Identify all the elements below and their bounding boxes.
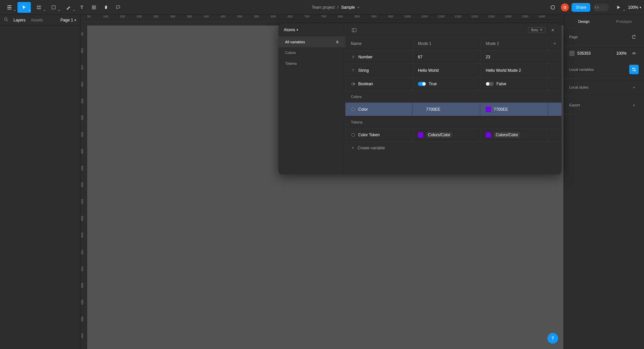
chevron-down-icon: ▾ xyxy=(297,28,298,32)
variable-row-string[interactable]: String Hello World Hello World Mode 2 xyxy=(345,64,561,77)
pen-tool-button[interactable]: ▾ xyxy=(62,2,75,13)
layers-tab[interactable]: Layers xyxy=(13,18,25,22)
sidebar-toggle-icon[interactable] xyxy=(350,26,359,35)
variable-row-colortoken[interactable]: Color Token Colors/Color Colors/Color xyxy=(345,128,561,142)
eye-icon[interactable] xyxy=(629,49,639,58)
chevron-down-icon: ▾ xyxy=(73,9,74,11)
add-style-button[interactable]: ＋ xyxy=(629,83,639,92)
search-icon[interactable] xyxy=(4,17,8,22)
number-icon: # xyxy=(351,55,356,59)
group-colors-header[interactable]: Colors xyxy=(345,91,561,103)
hand-tool-button[interactable] xyxy=(101,2,111,13)
dev-mode-toggle[interactable] xyxy=(593,3,609,11)
chevron-down-icon: ▾ xyxy=(44,9,45,11)
file-name[interactable]: Sample xyxy=(341,5,355,10)
shape-tool-button[interactable]: ▾ xyxy=(47,2,60,13)
toolbar-center: Team project / Sample ▾ xyxy=(123,5,547,10)
modal-sidebar: Atoms ▾ All variables 6 Colors Tokens xyxy=(278,23,345,174)
local-styles-label: Local styles xyxy=(569,85,588,89)
zoom-dropdown[interactable]: 100% ▾ xyxy=(628,5,641,10)
sidebar-all-variables[interactable]: All variables 6 xyxy=(278,37,345,47)
modal-main: Beta ✕ Name Mode 1 Mode 2 ＋ #Number 67 2… xyxy=(345,23,561,174)
sidebar-colors[interactable]: Colors xyxy=(278,47,345,58)
left-panel-header: Layers Assets Page 1 ▾ xyxy=(0,15,80,26)
variable-row-number[interactable]: #Number 67 23 xyxy=(345,50,561,64)
assets-tab[interactable]: Assets xyxy=(31,18,43,22)
color-swatch[interactable] xyxy=(418,107,423,112)
svg-point-28 xyxy=(352,133,355,137)
variable-row-color[interactable]: Color 7700EE 7700EE xyxy=(345,103,561,116)
right-panel: Design Prototype Page 535353 100% Local … xyxy=(564,15,644,349)
local-variables-label: Local variables xyxy=(569,67,594,71)
main-toolbar: ▾ ▾ ▾ ▾ ▾ Team project xyxy=(0,0,644,15)
boolean-toggle-m2[interactable] xyxy=(486,82,494,86)
chevron-down-icon: ▾ xyxy=(640,6,641,9)
col-mode2-header[interactable]: Mode 2 xyxy=(480,37,548,50)
beta-badge[interactable]: Beta xyxy=(528,27,545,33)
chevron-down-icon[interactable]: ▾ xyxy=(358,6,359,9)
create-variable-button[interactable]: ＋ Create variable xyxy=(345,142,561,154)
group-tokens-header[interactable]: Tokens xyxy=(345,116,561,128)
chevron-down-icon: ▾ xyxy=(59,9,60,11)
close-button[interactable]: ✕ xyxy=(548,26,557,35)
breadcrumb-separator: / xyxy=(337,5,338,10)
share-button[interactable]: Share xyxy=(572,3,590,12)
sidebar-tokens[interactable]: Tokens xyxy=(278,58,345,69)
page-section: Page xyxy=(564,28,644,46)
bg-opacity[interactable]: 100% xyxy=(616,51,627,56)
chevron-down-icon: ▾ xyxy=(74,18,76,22)
alias-chip[interactable]: Colors/Color xyxy=(426,132,452,138)
toolbar-right: O Share ▾ 100% ▾ xyxy=(547,2,641,13)
page-bg-row: 535353 100% xyxy=(564,46,644,61)
add-export-button[interactable]: ＋ xyxy=(629,100,639,110)
color-swatch[interactable] xyxy=(418,132,423,138)
svg-rect-7 xyxy=(52,6,55,9)
toolbar-left: ▾ ▾ ▾ ▾ ▾ xyxy=(3,2,123,13)
chevron-down-icon: ▾ xyxy=(14,9,15,11)
team-name[interactable]: Team project xyxy=(312,5,335,10)
alias-chip[interactable]: Colors/Color xyxy=(494,132,520,138)
svg-point-26 xyxy=(354,83,355,84)
help-button[interactable]: ? xyxy=(547,333,558,344)
svg-point-27 xyxy=(352,108,355,111)
move-tool-button[interactable]: ▾ xyxy=(17,2,31,13)
col-mode1-header[interactable]: Mode 1 xyxy=(413,37,480,50)
rotate-icon[interactable] xyxy=(629,32,639,42)
bg-hex[interactable]: 535353 xyxy=(577,51,591,56)
color-swatch[interactable] xyxy=(486,132,491,138)
comment-tool-button[interactable] xyxy=(113,2,123,13)
svg-rect-21 xyxy=(352,29,356,32)
svg-line-15 xyxy=(7,20,8,21)
local-styles-section: Local styles ＋ xyxy=(564,79,644,96)
chevron-down-icon: ▾ xyxy=(29,9,30,11)
string-icon xyxy=(351,68,356,73)
svg-rect-11 xyxy=(94,6,96,7)
present-button[interactable]: ▾ xyxy=(612,2,625,13)
design-tab[interactable]: Design xyxy=(564,15,604,28)
collection-dropdown[interactable]: Atoms ▾ xyxy=(278,23,345,37)
color-icon xyxy=(351,133,356,137)
frame-tool-button[interactable]: ▾ xyxy=(32,2,46,13)
export-label: Export xyxy=(569,103,580,107)
export-section: Export ＋ xyxy=(564,96,644,114)
prototype-tab[interactable]: Prototype xyxy=(604,15,644,28)
variables-settings-button[interactable] xyxy=(629,65,639,74)
user-avatar[interactable]: O xyxy=(561,3,569,11)
main-menu-button[interactable]: ▾ xyxy=(3,2,16,13)
left-panel: Layers Assets Page 1 ▾ xyxy=(0,15,80,349)
svg-point-17 xyxy=(633,68,634,69)
resources-tool-button[interactable] xyxy=(89,2,99,13)
col-name-header: Name xyxy=(345,37,413,50)
add-mode-button[interactable]: ＋ xyxy=(548,37,561,50)
bg-swatch[interactable] xyxy=(569,51,575,56)
color-icon xyxy=(351,107,356,112)
color-swatch[interactable] xyxy=(486,107,491,112)
text-tool-button[interactable] xyxy=(76,2,87,13)
variables-modal: Atoms ▾ All variables 6 Colors Tokens Be… xyxy=(278,23,561,174)
boolean-toggle-m1[interactable] xyxy=(418,82,426,86)
variable-row-boolean[interactable]: Boolean True False xyxy=(345,77,561,91)
modal-columns-header: Name Mode 1 Mode 2 ＋ xyxy=(345,37,561,50)
svg-point-16 xyxy=(633,53,635,54)
audio-button[interactable] xyxy=(547,2,558,13)
page-dropdown[interactable]: Page 1 ▾ xyxy=(60,18,76,22)
